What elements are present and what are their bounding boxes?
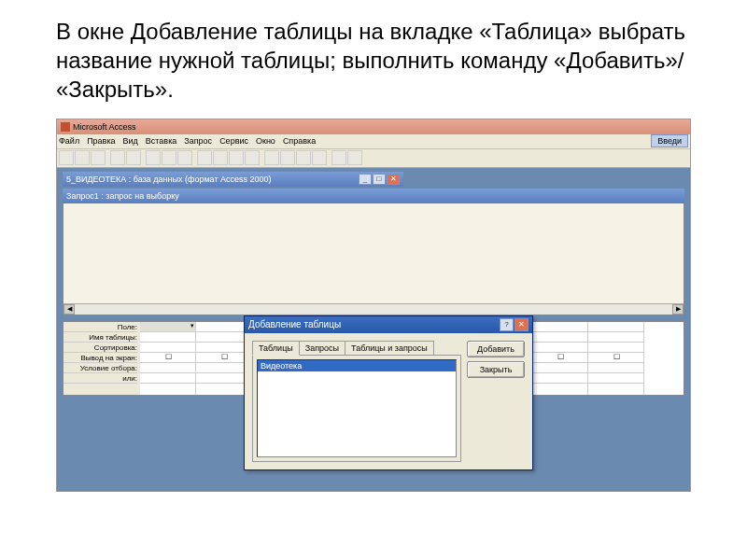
tab-queries[interactable]: Запросы (299, 341, 345, 355)
query-window-title: Запрос1 : запрос на выборку (66, 191, 179, 201)
scroll-right-icon[interactable]: ▶ (672, 304, 684, 315)
tables-listbox[interactable]: Видеотека (257, 359, 457, 457)
label-sort: Сортировка: (63, 343, 137, 353)
grid-column[interactable]: ☐ (532, 322, 588, 395)
toolbar-btn[interactable] (213, 150, 228, 165)
database-window: 5_ВИДЕОТЕКА : база данных (формат Access… (63, 172, 403, 187)
minimize-button[interactable]: _ (359, 174, 372, 185)
grid-cell[interactable] (588, 322, 643, 332)
dialog-title: Добавление таблицы (248, 319, 341, 329)
close-button[interactable]: ✕ (387, 174, 400, 185)
menu-edit[interactable]: Правка (87, 136, 115, 146)
slide-instruction-text: В окне Добавление таблицы на вкладке «Та… (0, 0, 747, 114)
toolbar-btn[interactable] (91, 150, 106, 165)
show-checkbox[interactable]: ☐ (588, 353, 643, 363)
grid-cell[interactable] (140, 332, 195, 343)
grid-cell[interactable] (140, 373, 195, 384)
toolbar-btn[interactable] (162, 150, 176, 165)
grid-column[interactable]: ☐ (588, 322, 644, 395)
menu-file[interactable]: Файл (59, 136, 79, 146)
menu-query[interactable]: Запрос (184, 136, 212, 146)
tab-strip: Таблицы Запросы Таблицы и запросы (252, 341, 461, 355)
toolbar-btn[interactable] (331, 150, 346, 165)
toolbar-btn[interactable] (312, 150, 327, 165)
grid-cell[interactable] (532, 363, 587, 373)
query-tables-pane[interactable]: ◀ ▶ (63, 203, 684, 315)
add-table-dialog: Добавление таблицы ? ✕ Таблицы Запросы Т… (244, 315, 533, 470)
menu-insert[interactable]: Вставка (146, 136, 176, 146)
label-table: Имя таблицы: (63, 332, 137, 343)
menu-window[interactable]: Окно (256, 136, 275, 146)
label-criteria: Условие отбора: (63, 363, 137, 373)
dialog-close-button[interactable]: ✕ (514, 318, 529, 331)
toolbar-btn[interactable] (75, 150, 90, 165)
toolbar-btn[interactable] (347, 150, 362, 165)
grid-cell[interactable] (532, 332, 587, 343)
menu-tools[interactable]: Сервис (219, 136, 248, 146)
maximize-button[interactable]: □ (373, 174, 386, 185)
grid-cell[interactable] (532, 343, 587, 353)
horizontal-scrollbar[interactable]: ◀ ▶ (63, 303, 684, 315)
toolbar-btn[interactable] (280, 150, 295, 165)
show-checkbox[interactable]: ☐ (532, 353, 587, 363)
toolbar-btn[interactable] (177, 150, 192, 165)
tab-both[interactable]: Таблицы и запросы (345, 341, 434, 355)
toolbar-btn[interactable] (296, 150, 311, 165)
toolbar-btn[interactable] (59, 150, 74, 165)
grid-cell[interactable] (588, 343, 643, 353)
grid-row-labels: Поле: Имя таблицы: Сортировка: Вывод на … (63, 322, 140, 395)
access-app-icon (61, 122, 70, 132)
tab-content: Видеотека (252, 355, 461, 462)
db-window-title: 5_ВИДЕОТЕКА : база данных (формат Access… (66, 175, 272, 184)
label-show: Вывод на экран: (63, 353, 137, 363)
access-title: Microsoft Access (73, 122, 136, 132)
close-button[interactable]: Закрыть (467, 361, 525, 378)
add-button[interactable]: Добавить (467, 341, 525, 357)
grid-cell[interactable] (532, 322, 587, 332)
tab-tables[interactable]: Таблицы (252, 341, 300, 356)
field-dropdown[interactable] (140, 322, 195, 332)
scroll-left-icon[interactable]: ◀ (63, 304, 75, 315)
toolbar-btn[interactable] (126, 150, 141, 165)
toolbar-btn[interactable] (245, 150, 260, 165)
label-field: Поле: (63, 322, 137, 332)
menubar: Файл Правка Вид Вставка Запрос Сервис Ок… (57, 134, 690, 149)
dialog-buttons: Добавить Закрыть (467, 341, 525, 462)
help-button[interactable]: ? (500, 318, 514, 331)
toolbar-btn[interactable] (197, 150, 212, 165)
db-window-titlebar[interactable]: 5_ВИДЕОТЕКА : база данных (формат Access… (63, 172, 403, 187)
dialog-body: Таблицы Запросы Таблицы и запросы Видеот… (245, 333, 532, 469)
toolbar-btn[interactable] (146, 150, 161, 165)
type-question-box[interactable]: Введи (651, 134, 688, 147)
menu-view[interactable]: Вид (123, 136, 138, 146)
dialog-titlebar[interactable]: Добавление таблицы ? ✕ (245, 316, 532, 333)
show-checkbox[interactable]: ☐ (140, 353, 195, 363)
access-screenshot: Microsoft Access Файл Правка Вид Вставка… (56, 119, 691, 492)
toolbar (57, 149, 690, 168)
grid-cell[interactable] (140, 343, 195, 353)
tab-panel: Таблицы Запросы Таблицы и запросы Видеот… (252, 341, 461, 462)
query-window-titlebar[interactable]: Запрос1 : запрос на выборку (63, 189, 684, 203)
label-or: или: (63, 373, 137, 384)
grid-cell[interactable] (588, 332, 643, 343)
toolbar-btn[interactable] (229, 150, 244, 165)
toolbar-btn[interactable] (264, 150, 279, 165)
list-item-videoteka[interactable]: Видеотека (258, 360, 456, 371)
grid-column[interactable]: ☐ (140, 322, 196, 395)
access-titlebar: Microsoft Access (57, 119, 690, 134)
grid-cell[interactable] (140, 363, 195, 373)
menu-help[interactable]: Справка (283, 136, 316, 146)
grid-cell[interactable] (588, 363, 643, 373)
grid-cell[interactable] (532, 373, 587, 384)
query-design-window: Запрос1 : запрос на выборку ◀ ▶ (63, 189, 684, 315)
grid-cell[interactable] (588, 373, 643, 384)
toolbar-btn[interactable] (110, 150, 125, 165)
